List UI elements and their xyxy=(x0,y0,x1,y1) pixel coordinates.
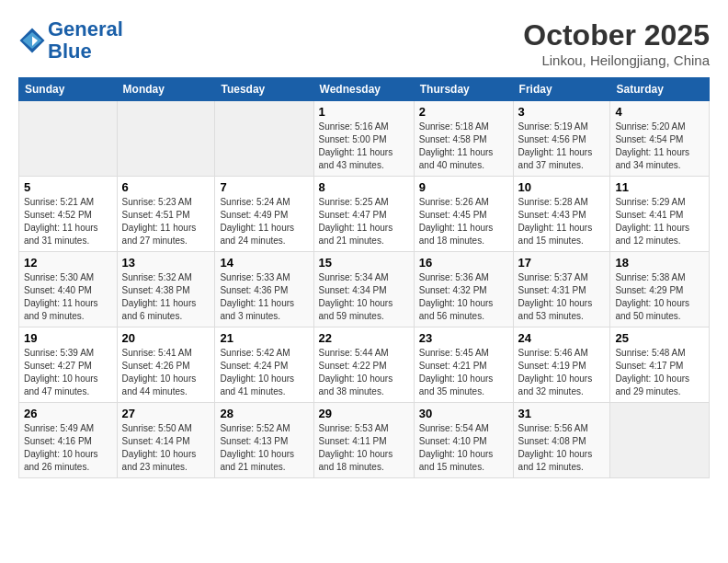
day-number: 6 xyxy=(122,180,210,194)
day-info: Sunrise: 5:33 AMSunset: 4:36 PMDaylight:… xyxy=(220,271,308,323)
weekday-header-tuesday: Tuesday xyxy=(215,78,313,101)
logo-general: General xyxy=(48,17,123,40)
day-info: Sunrise: 5:53 AMSunset: 4:11 PMDaylight:… xyxy=(319,422,409,474)
calendar-cell: 19Sunrise: 5:39 AMSunset: 4:27 PMDayligh… xyxy=(19,327,118,403)
calendar-cell: 11Sunrise: 5:29 AMSunset: 4:41 PMDayligh… xyxy=(610,177,710,252)
week-row-2: 5Sunrise: 5:21 AMSunset: 4:52 PMDaylight… xyxy=(19,177,710,252)
day-number: 7 xyxy=(220,180,308,194)
day-number: 19 xyxy=(24,331,112,345)
day-info: Sunrise: 5:36 AMSunset: 4:32 PMDaylight:… xyxy=(419,271,508,323)
day-info: Sunrise: 5:23 AMSunset: 4:51 PMDaylight:… xyxy=(122,196,210,247)
calendar-cell: 13Sunrise: 5:32 AMSunset: 4:38 PMDayligh… xyxy=(117,252,215,327)
day-info: Sunrise: 5:50 AMSunset: 4:14 PMDaylight:… xyxy=(122,422,210,474)
day-info: Sunrise: 5:39 AMSunset: 4:27 PMDaylight:… xyxy=(24,347,112,398)
calendar-cell: 8Sunrise: 5:25 AMSunset: 4:47 PMDaylight… xyxy=(313,177,414,252)
day-info: Sunrise: 5:24 AMSunset: 4:49 PMDaylight:… xyxy=(220,196,308,247)
week-row-3: 12Sunrise: 5:30 AMSunset: 4:40 PMDayligh… xyxy=(19,252,710,327)
week-row-4: 19Sunrise: 5:39 AMSunset: 4:27 PMDayligh… xyxy=(19,327,710,403)
day-number: 24 xyxy=(518,331,606,345)
logo: General Blue xyxy=(18,18,123,63)
day-number: 4 xyxy=(615,105,704,119)
day-number: 1 xyxy=(319,105,409,119)
calendar-cell: 14Sunrise: 5:33 AMSunset: 4:36 PMDayligh… xyxy=(215,252,313,327)
weekday-header-thursday: Thursday xyxy=(414,78,513,101)
weekday-header-monday: Monday xyxy=(117,78,215,101)
day-info: Sunrise: 5:28 AMSunset: 4:43 PMDaylight:… xyxy=(518,196,606,247)
day-number: 12 xyxy=(24,256,112,270)
day-number: 13 xyxy=(122,256,210,270)
calendar-cell: 23Sunrise: 5:45 AMSunset: 4:21 PMDayligh… xyxy=(414,327,513,403)
calendar-cell: 28Sunrise: 5:52 AMSunset: 4:13 PMDayligh… xyxy=(215,403,313,478)
calendar-cell: 17Sunrise: 5:37 AMSunset: 4:31 PMDayligh… xyxy=(513,252,610,327)
day-number: 14 xyxy=(220,256,308,270)
page-header: General Blue October 2025 Linkou, Heilon… xyxy=(18,18,710,68)
day-number: 25 xyxy=(615,331,704,345)
calendar-cell: 6Sunrise: 5:23 AMSunset: 4:51 PMDaylight… xyxy=(117,177,215,252)
day-info: Sunrise: 5:56 AMSunset: 4:08 PMDaylight:… xyxy=(518,422,606,474)
calendar-cell: 22Sunrise: 5:44 AMSunset: 4:22 PMDayligh… xyxy=(313,327,414,403)
day-number: 27 xyxy=(122,407,210,420)
day-info: Sunrise: 5:37 AMSunset: 4:31 PMDaylight:… xyxy=(518,271,606,323)
calendar-cell: 24Sunrise: 5:46 AMSunset: 4:19 PMDayligh… xyxy=(513,327,610,403)
calendar-cell: 3Sunrise: 5:19 AMSunset: 4:56 PMDaylight… xyxy=(513,101,610,177)
day-info: Sunrise: 5:20 AMSunset: 4:54 PMDaylight:… xyxy=(615,121,704,172)
day-number: 8 xyxy=(319,180,409,194)
calendar-cell: 18Sunrise: 5:38 AMSunset: 4:29 PMDayligh… xyxy=(610,252,710,327)
day-info: Sunrise: 5:34 AMSunset: 4:34 PMDaylight:… xyxy=(319,271,409,323)
weekday-header-wednesday: Wednesday xyxy=(313,78,414,101)
calendar-cell xyxy=(215,101,313,177)
day-number: 20 xyxy=(122,331,210,345)
day-number: 26 xyxy=(24,407,112,420)
day-number: 22 xyxy=(319,331,409,345)
day-info: Sunrise: 5:48 AMSunset: 4:17 PMDaylight:… xyxy=(615,347,704,398)
day-number: 3 xyxy=(518,105,606,119)
logo-icon xyxy=(18,27,46,54)
calendar-cell: 27Sunrise: 5:50 AMSunset: 4:14 PMDayligh… xyxy=(117,403,215,478)
day-info: Sunrise: 5:41 AMSunset: 4:26 PMDaylight:… xyxy=(122,347,210,398)
location-subtitle: Linkou, Heilongjiang, China xyxy=(523,52,710,68)
calendar-cell: 4Sunrise: 5:20 AMSunset: 4:54 PMDaylight… xyxy=(610,101,710,177)
day-info: Sunrise: 5:45 AMSunset: 4:21 PMDaylight:… xyxy=(419,347,508,398)
day-number: 10 xyxy=(518,180,606,194)
calendar-cell: 15Sunrise: 5:34 AMSunset: 4:34 PMDayligh… xyxy=(313,252,414,327)
day-info: Sunrise: 5:42 AMSunset: 4:24 PMDaylight:… xyxy=(220,347,308,398)
day-info: Sunrise: 5:52 AMSunset: 4:13 PMDaylight:… xyxy=(220,422,308,474)
calendar-cell xyxy=(19,101,118,177)
day-info: Sunrise: 5:21 AMSunset: 4:52 PMDaylight:… xyxy=(24,196,112,247)
week-row-1: 1Sunrise: 5:16 AMSunset: 5:00 PMDaylight… xyxy=(19,101,710,177)
day-info: Sunrise: 5:32 AMSunset: 4:38 PMDaylight:… xyxy=(122,271,210,323)
day-number: 5 xyxy=(24,180,112,194)
day-info: Sunrise: 5:29 AMSunset: 4:41 PMDaylight:… xyxy=(615,196,704,247)
calendar-cell: 1Sunrise: 5:16 AMSunset: 5:00 PMDaylight… xyxy=(313,101,414,177)
day-number: 30 xyxy=(419,407,508,420)
day-number: 11 xyxy=(615,180,704,194)
calendar-cell: 29Sunrise: 5:53 AMSunset: 4:11 PMDayligh… xyxy=(313,403,414,478)
weekday-header-friday: Friday xyxy=(513,78,610,101)
day-info: Sunrise: 5:19 AMSunset: 4:56 PMDaylight:… xyxy=(518,121,606,172)
calendar-cell: 5Sunrise: 5:21 AMSunset: 4:52 PMDaylight… xyxy=(19,177,118,252)
day-number: 2 xyxy=(419,105,508,119)
day-info: Sunrise: 5:30 AMSunset: 4:40 PMDaylight:… xyxy=(24,271,112,323)
day-number: 31 xyxy=(518,407,606,420)
calendar-cell xyxy=(117,101,215,177)
day-info: Sunrise: 5:38 AMSunset: 4:29 PMDaylight:… xyxy=(615,271,704,323)
logo-blue: Blue xyxy=(48,40,92,63)
day-number: 21 xyxy=(220,331,308,345)
day-info: Sunrise: 5:46 AMSunset: 4:19 PMDaylight:… xyxy=(518,347,606,398)
calendar-cell: 26Sunrise: 5:49 AMSunset: 4:16 PMDayligh… xyxy=(19,403,118,478)
calendar-cell: 9Sunrise: 5:26 AMSunset: 4:45 PMDaylight… xyxy=(414,177,513,252)
title-block: October 2025 Linkou, Heilongjiang, China xyxy=(523,18,710,68)
month-title: October 2025 xyxy=(523,18,710,52)
calendar-cell: 2Sunrise: 5:18 AMSunset: 4:58 PMDaylight… xyxy=(414,101,513,177)
calendar-cell xyxy=(610,403,710,478)
day-info: Sunrise: 5:54 AMSunset: 4:10 PMDaylight:… xyxy=(419,422,508,474)
day-number: 29 xyxy=(319,407,409,420)
calendar-cell: 10Sunrise: 5:28 AMSunset: 4:43 PMDayligh… xyxy=(513,177,610,252)
weekday-header-saturday: Saturday xyxy=(610,78,710,101)
day-number: 16 xyxy=(419,256,508,270)
day-number: 23 xyxy=(419,331,508,345)
calendar-cell: 25Sunrise: 5:48 AMSunset: 4:17 PMDayligh… xyxy=(610,327,710,403)
day-info: Sunrise: 5:16 AMSunset: 5:00 PMDaylight:… xyxy=(319,121,409,172)
calendar-cell: 7Sunrise: 5:24 AMSunset: 4:49 PMDaylight… xyxy=(215,177,313,252)
day-number: 17 xyxy=(518,256,606,270)
